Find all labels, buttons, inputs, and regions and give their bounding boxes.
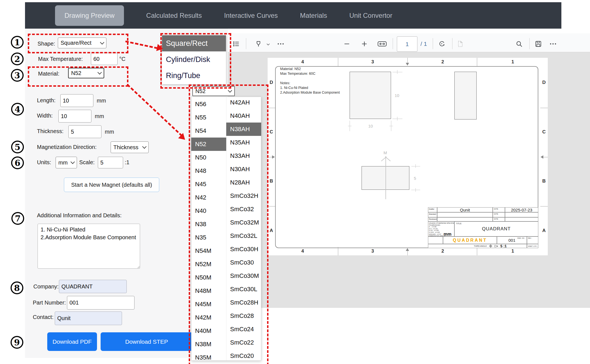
search-icon[interactable] (516, 40, 523, 48)
material-option[interactable]: N52 (191, 138, 226, 151)
date-label: DATE (493, 207, 505, 212)
magnetization-select[interactable]: Thickness (111, 141, 149, 153)
date-label: DATE (493, 217, 505, 221)
material-dropdown-collapsed[interactable]: N52 (192, 86, 235, 96)
material-option[interactable]: SmCo32 (226, 203, 261, 216)
highlighter-pen-icon[interactable] (255, 40, 262, 48)
more-options-icon[interactable] (277, 40, 284, 48)
more-options-icon[interactable] (549, 40, 557, 48)
date-value: 2025-07-23 (505, 207, 538, 212)
page-view-icon[interactable] (457, 40, 464, 48)
material-option[interactable]: N50 (191, 151, 226, 164)
zone-label: C (268, 107, 275, 157)
material-option[interactable]: N35AH (226, 136, 261, 149)
material-option[interactable]: N35M (191, 351, 226, 364)
nav-tab[interactable]: Interactive Curves (224, 12, 278, 19)
company-input[interactable] (59, 280, 127, 293)
material-option[interactable]: N33AH (226, 149, 261, 163)
material-option[interactable]: N40 (191, 204, 226, 218)
material-option[interactable]: N40M (191, 324, 226, 338)
length-input[interactable] (60, 94, 93, 107)
material-option[interactable]: SmCo28H (226, 296, 261, 309)
material-option[interactable]: N50M (191, 271, 226, 284)
thickness-input[interactable] (68, 125, 101, 138)
material-select[interactable]: N52 (68, 68, 104, 78)
shape-option[interactable]: Cylinder/Disk (162, 51, 226, 68)
material-option[interactable]: N56 (191, 98, 226, 111)
outline-list-icon[interactable] (233, 40, 240, 48)
material-option[interactable]: N42M (191, 311, 226, 324)
material-option[interactable]: SmCo32H (226, 189, 261, 203)
zoom-out-icon[interactable] (343, 40, 350, 48)
material-option[interactable]: N52M (191, 258, 226, 271)
part-number-input[interactable] (67, 296, 135, 310)
download-step-button[interactable]: Download STEP (101, 332, 193, 351)
center-mark (407, 58, 408, 63)
material-option[interactable]: SmCo32M (226, 216, 261, 229)
shape-option[interactable]: Ring/Tube (162, 68, 226, 84)
annotation-number-badge: 3 (11, 69, 24, 82)
nav-tab[interactable]: Unit Convertor (349, 12, 392, 19)
drawing-scale-value: 5 :1 (501, 244, 507, 248)
material-option[interactable]: N38M (191, 338, 226, 351)
material-option[interactable]: N45 (191, 178, 226, 191)
page-number-input[interactable]: 1 (397, 36, 417, 52)
units-select[interactable]: mm (56, 157, 77, 168)
title-block: Drafter Qunit DATE 2025-07-23 Standard D… (428, 207, 538, 248)
chevron-down-icon (228, 88, 232, 93)
material-option[interactable]: SmCo30 (226, 256, 261, 269)
material-option[interactable]: SmCo32L (226, 229, 261, 243)
material-option[interactable]: N42AH (226, 96, 261, 109)
additional-info-textarea[interactable]: 1. Ni-Cu-Ni Plated 2.Adsorption Module B… (38, 224, 140, 269)
material-option[interactable]: SmCo28 (226, 309, 261, 323)
zone-label: C (540, 107, 548, 157)
width-input[interactable] (58, 110, 91, 123)
title-cell: TITLE: QUADRANT (454, 221, 538, 236)
material-option[interactable]: N28AH (226, 176, 261, 189)
material-option[interactable]: SmCo30M (226, 269, 261, 283)
material-option[interactable]: SmCo24 (226, 323, 261, 336)
dim-extension-line (392, 119, 402, 119)
material-option[interactable]: SmCo30H (226, 243, 261, 256)
fit-width-icon[interactable] (377, 40, 387, 48)
material-option[interactable]: N42 (191, 191, 226, 204)
nav-tab[interactable]: Calculated Results (146, 12, 202, 19)
save-icon[interactable] (535, 40, 542, 48)
nav-tab[interactable]: Materials (300, 12, 327, 19)
material-option[interactable]: N54M (191, 244, 226, 258)
material-option[interactable]: N35 (191, 231, 226, 244)
rotate-icon[interactable] (438, 40, 445, 48)
material-option[interactable]: SmCo22 (226, 336, 261, 349)
new-magnet-button[interactable]: Start a New Magnet (defaults all) (64, 178, 159, 192)
dwg-no-value: 001 (497, 237, 527, 244)
material-option[interactable]: SmCo30L (226, 283, 261, 296)
material-option[interactable]: N45M (191, 298, 226, 311)
shape-select[interactable]: Square/Rect (58, 38, 106, 48)
material-option[interactable]: N40AH (226, 109, 261, 123)
zone-tick (268, 108, 275, 108)
zoom-in-icon[interactable] (361, 40, 368, 48)
shape-option[interactable]: Square/Rect (162, 35, 226, 51)
material-option[interactable]: N38 (191, 218, 226, 231)
material-option[interactable]: N48 (191, 164, 226, 178)
zone-label: A (268, 206, 275, 255)
nav-tab[interactable]: Drawing Preview (55, 5, 124, 26)
material-option[interactable]: SmCo20 (226, 349, 261, 363)
third-angle-label: THIRD ANGLE (474, 245, 487, 247)
material-option[interactable]: N48M (191, 284, 226, 298)
cone-symbol-icon (494, 245, 499, 248)
download-pdf-button[interactable]: Download PDF (47, 332, 97, 351)
scale-input[interactable] (98, 157, 123, 168)
material-option[interactable]: N30AH (226, 163, 261, 176)
chevron-down-icon[interactable] (266, 42, 271, 47)
side-view (454, 72, 477, 119)
annotation-number-badge: 6 (11, 156, 24, 169)
material-option[interactable]: N54 (191, 124, 226, 138)
zone-label: 1 (478, 58, 548, 66)
zone-tick (338, 247, 338, 255)
material-option[interactable]: N55 (191, 111, 226, 124)
contact-input[interactable] (55, 311, 122, 325)
max-temp-input[interactable] (91, 53, 118, 65)
center-arrow-right-icon (272, 155, 275, 159)
material-option[interactable]: N38AH (226, 123, 261, 136)
